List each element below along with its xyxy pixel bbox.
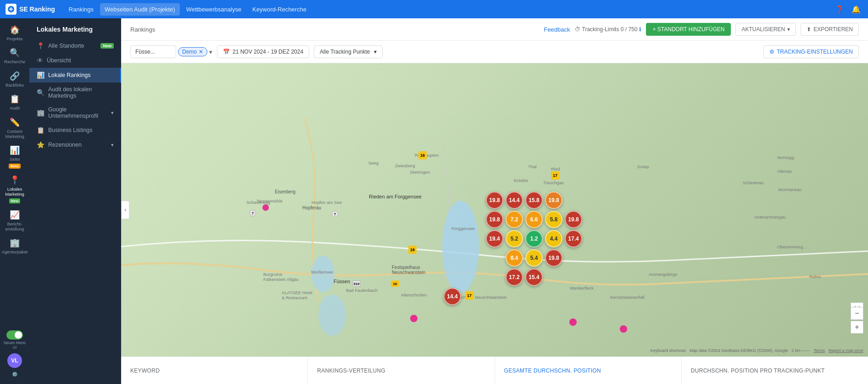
sidebar-item-lokales-marketing[interactable]: 📍 Lokales Marketing New — [1, 172, 28, 206]
user-avatar[interactable]: VL — [7, 353, 22, 368]
notification-icon[interactable]: 🔔 — [850, 3, 862, 16]
map-place-nornogg: Nornogg — [777, 155, 794, 160]
sec-item-google-profil[interactable]: 🏢 Google Unternehmensprofil ▾ — [29, 103, 121, 123]
map-place-thal: Thal — [528, 164, 536, 169]
tracking-settings-button[interactable]: ⚙ TRACKING-EINSTELLUNGEN — [763, 45, 859, 58]
tracking-icon: ⏱ — [575, 26, 580, 33]
feedback-link[interactable]: Feedback — [544, 26, 570, 33]
rank-circle-19-4[interactable]: 19.4 — [486, 230, 503, 247]
demo-close-icon: ✕ — [199, 49, 203, 55]
col-rankings-verteilung: RANKINGS-VERTEILUNG — [308, 357, 495, 384]
location-input[interactable]: Füsse... — [130, 45, 176, 58]
rank-circle-15-8[interactable]: 15.8 — [525, 192, 543, 209]
nav-keyword-recherche[interactable]: Keyword-Recherche — [248, 3, 311, 16]
filter-dropdown-icon[interactable]: ▾ — [209, 49, 212, 55]
demo-chip[interactable]: Demo ✕ — [178, 47, 207, 56]
map-place-unterammergau: Unterammergau — [754, 214, 786, 219]
road-17b-badge: 17 — [465, 291, 473, 300]
sec-item-lokale-rankings[interactable]: 📊 Lokale Rankings — [29, 68, 121, 82]
rank-circle-19-8-5[interactable]: 19.8 — [545, 249, 562, 267]
settings-icon[interactable]: ⚙️ — [12, 372, 17, 377]
col-durchschn-position: DURCHSCHN. POSITION PRO TRACKING-PUNKT — [682, 357, 868, 384]
rank-circle-14-4-1[interactable]: 14.4 — [506, 192, 523, 209]
map-container[interactable]: Rieden am Forggensee Hopferau Eisenberg … — [121, 63, 868, 357]
update-button[interactable]: AKTUALISIEREN ▾ — [735, 23, 796, 36]
rank-circle-5-2[interactable]: 5.2 — [506, 230, 523, 247]
map-place-wurmansau: Wurmansau — [778, 187, 801, 192]
map-place-schweinegg: Schweinegg — [246, 200, 270, 205]
rank-circle-5-8[interactable]: 5.8 — [545, 211, 562, 228]
rank-circle-14-4-2[interactable]: 14.4 — [444, 288, 461, 305]
sidebar-item-agenturpaket[interactable]: 🏢 Agenturpaket — [1, 235, 28, 257]
toolbar: Füsse... Demo ✕ ▾ 📅 21 NOV 2024 - 19 DEZ… — [121, 41, 868, 63]
nav-rankings[interactable]: Rankings — [64, 3, 98, 16]
rank-circle-5-4[interactable]: 5.4 — [525, 249, 543, 267]
nav-wettbewerbsanalyse[interactable]: Wettbewerbsanalyse — [182, 3, 246, 16]
sec-item-alle-standorte[interactable]: 📍 Alle Standorte New — [29, 38, 121, 53]
tracking-points-select[interactable]: Alle Tracking Punkte ▾ — [314, 45, 383, 58]
reviews-icon: ⭐ — [37, 141, 45, 148]
sec-item-business-listings[interactable]: 📋 Business Listings — [29, 123, 121, 137]
rank-circle-19-8-3[interactable]: 19.8 — [486, 211, 503, 228]
sidebar-item-smm[interactable]: 📊 SMM Beta — [1, 143, 28, 171]
rank-circle-8-4[interactable]: 8.4 — [506, 249, 523, 267]
rank-circle-6-6[interactable]: 6.6 — [525, 211, 543, 228]
sidebar-item-projekte[interactable]: 🏠 Projekte — [1, 22, 28, 44]
agency-icon: 🏢 — [10, 238, 20, 248]
rank-circle-19-8-2[interactable]: 19.8 — [545, 192, 562, 209]
map-place-rieden: Rieden am Forggensee — [369, 194, 422, 199]
svg-point-4 — [262, 204, 269, 211]
rank-circle-15-4[interactable]: 15.4 — [525, 269, 543, 286]
map-background: Rieden am Forggensee Hopferau Eisenberg … — [121, 63, 868, 357]
overview-icon: 👁 — [37, 57, 43, 64]
nav-webseiten-audit[interactable]: Webseiten Audit (Projekte) — [100, 3, 180, 16]
reviews-chevron-icon: ▾ — [111, 142, 114, 148]
map-attribution: Keyboard shortcuts Map data ©2024 GeoBas… — [651, 348, 863, 353]
select-chevron-icon: ▾ — [374, 49, 377, 55]
rank-circle-19-8-1[interactable]: 19.8 — [486, 192, 503, 209]
collapse-sidebar-button[interactable]: › — [121, 201, 129, 219]
sidebar-item-recherche[interactable]: 🔍 Recherche — [1, 45, 28, 67]
map-place-zwiesberg: Zwiesberg — [395, 163, 415, 168]
secondary-sidebar-title: Lokales Marketing — [29, 24, 121, 38]
sidebar-item-backlinks[interactable]: 🔗 Backlinks — [1, 68, 28, 90]
audit-icon: 📋 — [10, 94, 20, 104]
rank-circle-17-2[interactable]: 17.2 — [506, 269, 523, 286]
sec-item-ubersicht[interactable]: 👁 Übersicht — [29, 53, 121, 68]
help-icon[interactable]: ❓ — [833, 3, 846, 16]
zoom-out-button[interactable]: − — [851, 307, 863, 320]
rank-circle-7-2[interactable]: 7.2 — [506, 211, 523, 228]
sidebar-item-content-marketing[interactable]: ✏️ Content Marketing — [1, 115, 28, 142]
map-place-rahm: Rahm — [809, 274, 821, 279]
export-button[interactable]: ⬆ EXPORTIEREN — [801, 23, 859, 36]
sec-item-audit[interactable]: 🔍 Audit des lokalen Marketings — [29, 82, 121, 103]
sidebar-item-audit[interactable]: 📋 Audit — [1, 91, 28, 113]
sec-item-rezensionen[interactable]: ⭐ Rezensionen ▾ — [29, 137, 121, 152]
rank-circle-17-4[interactable]: 17.4 — [565, 230, 582, 247]
link-icon: 🔗 — [10, 71, 20, 81]
toolbar-right: ⚙ TRACKING-EINSTELLUNGEN — [763, 45, 859, 58]
road-7-badge: 7 — [250, 210, 256, 216]
home-icon: 🏠 — [10, 25, 20, 35]
map-place-burgruine: BurgruineFalkenstein Allgäu — [263, 272, 299, 282]
rank-circle-1-2[interactable]: 1.2 — [525, 230, 543, 247]
logo-icon — [6, 4, 17, 15]
svg-point-1 — [442, 201, 479, 292]
secondary-sidebar: Lokales Marketing 📍 Alle Standorte New 👁… — [29, 18, 121, 384]
business-icon: 📋 — [37, 126, 45, 134]
rank-circle-4-4[interactable]: 4.4 — [545, 230, 562, 247]
lokales-new-badge: New — [9, 198, 20, 203]
logo[interactable]: SE Ranking — [6, 4, 55, 15]
rank-circle-19-8-4[interactable]: 19.8 — [565, 211, 582, 228]
zoom-in-button[interactable]: + — [851, 321, 863, 334]
sidebar-item-berichterstattung[interactable]: 📈 Bericht-erstellung — [1, 207, 28, 235]
icon-sidebar: 🏠 Projekte 🔍 Recherche 🔗 Backlinks 📋 Aud… — [0, 18, 29, 384]
map-place-altenau: Altenau — [777, 169, 792, 174]
new-menu-toggle[interactable] — [6, 330, 23, 340]
add-location-button[interactable]: + STANDORT HINZUFÜGEN — [646, 23, 731, 36]
map-place-hopferau: Hopferau — [302, 205, 321, 210]
rankings-icon: 📊 — [37, 71, 45, 79]
date-range-button[interactable]: 📅 21 NOV 2024 - 19 DEZ 2024 — [217, 45, 309, 58]
map-place-ried: Ried — [551, 166, 560, 171]
map-place-alterschrofen: Alterschrofen — [401, 292, 427, 297]
